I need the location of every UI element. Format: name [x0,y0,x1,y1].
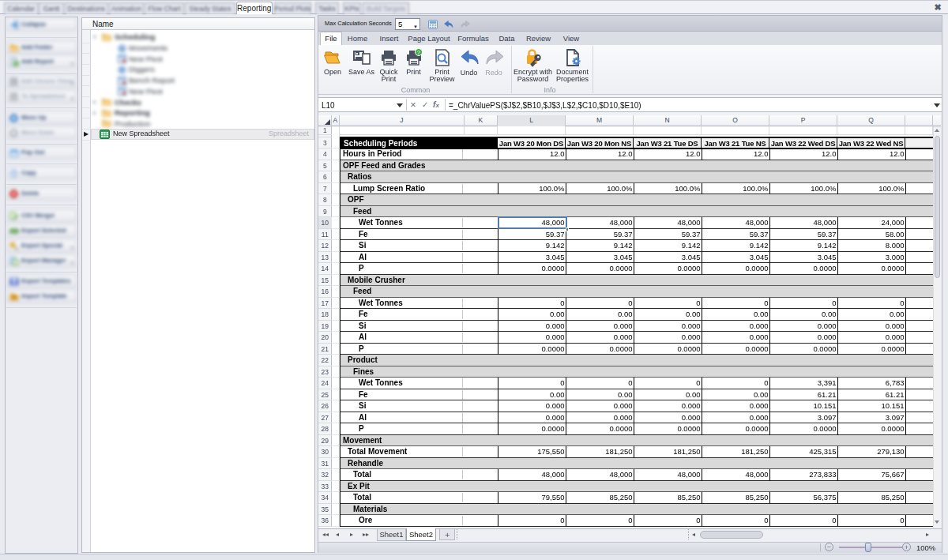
svg-text:?: ? [417,50,420,55]
